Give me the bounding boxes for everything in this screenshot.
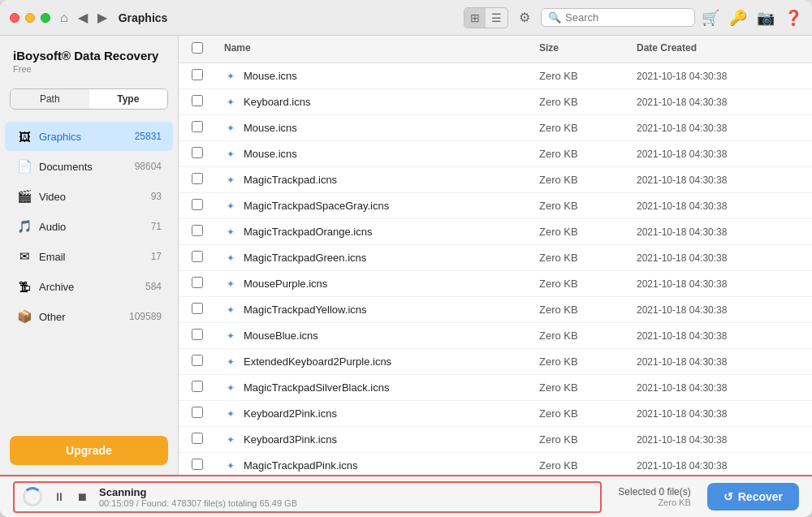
help-icon[interactable]: ❓ bbox=[784, 9, 802, 27]
file-date: 2021-10-18 04:30:38 bbox=[637, 382, 799, 394]
table-row: ✦ Mouse.icns Zero KB 2021-10-18 04:30:38 bbox=[179, 63, 812, 89]
file-type-icon: ✦ bbox=[224, 330, 237, 342]
navigation-controls: ◀ ▶ bbox=[75, 8, 110, 27]
file-size: Zero KB bbox=[539, 433, 637, 446]
sidebar-item-count-video: 93 bbox=[151, 191, 162, 202]
cart-icon[interactable]: 🛒 bbox=[702, 9, 719, 27]
sidebar-item-email[interactable]: ✉ Email 17 bbox=[5, 242, 173, 271]
file-type-icon: ✦ bbox=[224, 123, 237, 134]
file-checkbox[interactable] bbox=[192, 355, 203, 366]
file-date: 2021-10-18 04:30:38 bbox=[637, 434, 799, 446]
row-checkbox-cell bbox=[192, 433, 224, 446]
file-date: 2021-10-18 04:30:38 bbox=[637, 71, 799, 82]
pause-button[interactable]: ⏸ bbox=[50, 489, 68, 505]
back-button[interactable]: ◀ bbox=[75, 8, 91, 27]
file-name: MagicTrackpadPink.icns bbox=[244, 459, 357, 472]
table-row: ✦ MagicTrackpadSpaceGray.icns Zero KB 20… bbox=[179, 193, 812, 219]
upgrade-button[interactable]: Upgrade bbox=[10, 436, 168, 465]
file-name: MagicTrackpadGreen.icns bbox=[244, 252, 366, 264]
row-checkbox-cell bbox=[192, 95, 224, 109]
titlebar-home[interactable]: ⌂ bbox=[60, 11, 68, 25]
file-size: Zero KB bbox=[539, 148, 637, 160]
camera-icon[interactable]: 📷 bbox=[757, 9, 775, 27]
sidebar-item-count-email: 17 bbox=[151, 251, 162, 262]
email-icon: ✉ bbox=[16, 248, 32, 265]
file-type-icon: ✦ bbox=[224, 460, 237, 472]
close-button[interactable] bbox=[10, 13, 19, 23]
sidebar-item-other[interactable]: 📦 Other 109589 bbox=[5, 302, 173, 331]
file-name: Keyboard2Pink.icns bbox=[244, 407, 337, 420]
file-checkbox[interactable] bbox=[192, 459, 203, 470]
other-icon: 📦 bbox=[16, 308, 32, 325]
search-input[interactable] bbox=[565, 11, 688, 24]
file-name: MousePurple.icns bbox=[244, 278, 327, 290]
file-table-header: Name Size Date Created bbox=[179, 36, 812, 63]
maximize-button[interactable] bbox=[41, 13, 50, 23]
tab-path[interactable]: Path bbox=[11, 89, 89, 109]
file-type-icon: ✦ bbox=[224, 434, 237, 446]
status-bar: ⏸ ⏹ Scanning 00:15:09 / Found: 478307 fi… bbox=[0, 475, 812, 517]
file-checkbox[interactable] bbox=[192, 433, 203, 444]
filter-button[interactable]: ⚙ bbox=[515, 8, 534, 27]
main-content: iBoysoft® Data Recovery Free Path Type 🖼… bbox=[0, 36, 812, 475]
sidebar-item-documents[interactable]: 📄 Documents 98604 bbox=[5, 152, 173, 181]
recover-button[interactable]: ↺ Recover bbox=[707, 483, 799, 511]
file-area: Name Size Date Created ✦ Mouse.icns Zero… bbox=[179, 36, 812, 475]
file-date: 2021-10-18 04:30:38 bbox=[637, 123, 799, 134]
selected-info: Selected 0 file(s) Zero KB bbox=[618, 486, 690, 507]
view-toggle: ⊞ ☰ bbox=[464, 7, 508, 28]
scan-controls: ⏸ ⏹ bbox=[50, 489, 91, 505]
sidebar-item-audio[interactable]: 🎵 Audio 71 bbox=[5, 212, 173, 241]
scan-info: Scanning 00:15:09 / Found: 478307 file(s… bbox=[99, 486, 592, 508]
table-row: ✦ MouseBlue.icns Zero KB 2021-10-18 04:3… bbox=[179, 323, 812, 349]
sidebar-item-archive[interactable]: 🗜 Archive 584 bbox=[5, 272, 173, 301]
home-icon[interactable]: ⌂ bbox=[60, 11, 68, 25]
scan-title: Scanning bbox=[99, 486, 592, 498]
sidebar-item-graphics[interactable]: 🖼 Graphics 25831 bbox=[5, 122, 173, 151]
file-checkbox[interactable] bbox=[192, 329, 203, 340]
file-checkbox[interactable] bbox=[192, 173, 203, 184]
file-checkbox[interactable] bbox=[192, 69, 203, 80]
sidebar-item-count-documents: 98604 bbox=[135, 161, 162, 172]
file-type-icon: ✦ bbox=[224, 408, 237, 420]
file-checkbox[interactable] bbox=[192, 251, 203, 262]
row-checkbox-cell bbox=[192, 277, 224, 291]
file-checkbox[interactable] bbox=[192, 277, 203, 288]
forward-button[interactable]: ▶ bbox=[94, 8, 110, 27]
file-name: MagicTrackpadOrange.icns bbox=[244, 226, 372, 238]
row-checkbox-cell bbox=[192, 329, 224, 343]
file-checkbox[interactable] bbox=[192, 381, 203, 392]
file-date: 2021-10-18 04:30:38 bbox=[637, 460, 799, 472]
file-checkbox[interactable] bbox=[192, 147, 203, 158]
file-name-cell: ✦ Keyboard.icns bbox=[224, 96, 539, 108]
key-icon[interactable]: 🔑 bbox=[729, 9, 747, 27]
select-all-checkbox[interactable] bbox=[192, 42, 203, 54]
table-row: ✦ MagicTrackpadYellow.icns Zero KB 2021-… bbox=[179, 297, 812, 323]
sidebar-items: 🖼 Graphics 25831 📄 Documents 98604 🎬 Vid… bbox=[0, 118, 178, 426]
file-name-cell: ✦ Mouse.icns bbox=[224, 70, 539, 82]
tab-type[interactable]: Type bbox=[89, 89, 168, 109]
minimize-button[interactable] bbox=[25, 13, 35, 23]
file-checkbox[interactable] bbox=[192, 303, 203, 314]
file-checkbox[interactable] bbox=[192, 407, 203, 418]
file-checkbox[interactable] bbox=[192, 121, 203, 132]
stop-button[interactable]: ⏹ bbox=[73, 489, 91, 505]
file-name-cell: ✦ MousePurple.icns bbox=[224, 278, 539, 290]
grid-view-button[interactable]: ⊞ bbox=[464, 8, 486, 28]
file-checkbox[interactable] bbox=[192, 199, 203, 210]
selected-size: Zero KB bbox=[658, 498, 690, 507]
list-view-button[interactable]: ☰ bbox=[486, 8, 508, 28]
sidebar-item-label-other: Other bbox=[39, 311, 123, 323]
file-checkbox[interactable] bbox=[192, 225, 203, 236]
file-date: 2021-10-18 04:30:38 bbox=[637, 97, 799, 108]
file-date: 2021-10-18 04:30:38 bbox=[637, 304, 799, 316]
file-name-cell: ✦ MouseBlue.icns bbox=[224, 330, 539, 342]
sidebar: iBoysoft® Data Recovery Free Path Type 🖼… bbox=[0, 36, 179, 475]
sidebar-item-label-graphics: Graphics bbox=[39, 131, 128, 143]
documents-icon: 📄 bbox=[16, 158, 32, 174]
sidebar-item-video[interactable]: 🎬 Video 93 bbox=[5, 182, 173, 211]
file-size: Zero KB bbox=[539, 96, 637, 108]
file-checkbox[interactable] bbox=[192, 95, 203, 106]
file-name-cell: ✦ ExtendedKeyboard2Purple.icns bbox=[224, 355, 539, 368]
file-date: 2021-10-18 04:30:38 bbox=[637, 278, 799, 290]
